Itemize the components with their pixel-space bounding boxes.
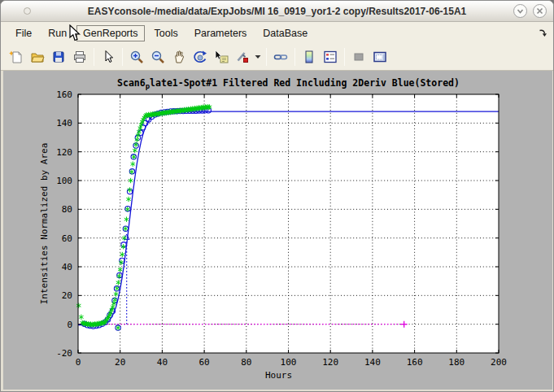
svg-text:100: 100 — [56, 176, 72, 186]
chevron-down-icon — [516, 7, 525, 15]
save-button[interactable] — [48, 46, 69, 68]
svg-text:120: 120 — [56, 147, 72, 158]
brush-dropdown-button[interactable] — [253, 46, 263, 68]
svg-text:140: 140 — [364, 357, 381, 368]
window-title: EASYconsole-/media/data/ExpJobs/MI 16_09… — [1, 6, 553, 17]
svg-text:120: 120 — [322, 357, 338, 368]
toolbar-separator — [266, 48, 267, 66]
zoom-in-button[interactable] — [126, 46, 147, 68]
open-folder-icon — [30, 50, 45, 64]
svg-text:200: 200 — [491, 357, 507, 368]
svg-text:-20: -20 — [56, 348, 72, 359]
toolbar-separator — [122, 48, 123, 66]
show-plot-tools-button[interactable] — [369, 46, 390, 68]
brush-data-icon — [235, 50, 250, 64]
link-plots-icon — [273, 50, 288, 64]
plot-tools-off-icon — [351, 50, 366, 64]
insert-legend-icon — [323, 50, 338, 64]
brush-data-button[interactable] — [232, 46, 253, 68]
svg-text:Hours: Hours — [265, 370, 292, 381]
minimize-button[interactable] — [513, 4, 527, 18]
submenu-arrow-icon[interactable] — [538, 28, 547, 40]
svg-text:0: 0 — [76, 357, 81, 368]
pointer-icon — [101, 50, 116, 64]
mouse-cursor — [69, 24, 81, 42]
svg-text:40: 40 — [62, 262, 72, 272]
hide-plot-tools-button[interactable] — [348, 46, 369, 68]
save-icon — [51, 50, 66, 64]
svg-text:20: 20 — [62, 290, 72, 301]
menubar: File Run GenReports Tools Parameters Dat… — [1, 22, 553, 44]
zoom-in-icon — [129, 50, 144, 64]
rotate-3d-button[interactable] — [190, 46, 211, 68]
menu-item-file[interactable]: File — [9, 25, 38, 41]
rotate-3d-icon — [193, 50, 207, 64]
titlebar: EASYconsole-/media/data/ExpJobs/MI 16_09… — [1, 1, 553, 22]
pan-button[interactable] — [168, 46, 190, 68]
svg-text:20: 20 — [115, 357, 125, 368]
plot-canvas[interactable]: 020406080100120140160180200-200204060801… — [1, 71, 554, 392]
menu-item-database[interactable]: DataBase — [256, 25, 314, 41]
svg-text:140: 140 — [56, 118, 72, 128]
open-file-button[interactable] — [27, 46, 48, 68]
insert-colorbar-button[interactable] — [299, 46, 320, 68]
svg-text:40: 40 — [157, 357, 168, 368]
svg-text:0: 0 — [67, 320, 72, 330]
window-controls — [513, 4, 547, 18]
dropdown-caret-icon — [255, 54, 261, 59]
toolbar-separator — [294, 48, 295, 66]
edit-pointer-button[interactable] — [98, 46, 119, 68]
zoom-out-button[interactable] — [147, 46, 168, 68]
toolbar-separator — [344, 48, 345, 66]
svg-text:60: 60 — [198, 357, 209, 368]
menu-item-genreports[interactable]: GenReports — [76, 25, 144, 41]
toolbar — [1, 44, 553, 71]
svg-text:100: 100 — [281, 357, 297, 368]
data-cursor-icon — [214, 50, 229, 64]
link-plots-button[interactable] — [270, 46, 291, 68]
svg-text:80: 80 — [241, 357, 251, 368]
menu-item-parameters[interactable]: Parameters — [188, 25, 254, 41]
zoom-out-icon — [150, 50, 165, 64]
close-button[interactable] — [533, 4, 547, 18]
toolbar-separator — [94, 48, 94, 66]
svg-text:Intensities Normalized by Area: Intensities Normalized by Area — [39, 143, 50, 305]
new-figure-icon — [9, 50, 24, 64]
svg-text:60: 60 — [62, 233, 72, 244]
close-icon — [535, 7, 544, 15]
figure-area: Scan6plate1-Spot#1 Filtered Red Includin… — [1, 71, 554, 392]
menu-item-tools[interactable]: Tools — [148, 25, 185, 41]
svg-text:80: 80 — [62, 204, 72, 215]
app-window: EASYconsole-/media/data/ExpJobs/MI 16_09… — [0, 0, 554, 392]
window-icon — [24, 7, 31, 15]
print-button[interactable] — [69, 46, 90, 68]
svg-text:160: 160 — [407, 357, 423, 368]
svg-text:160: 160 — [56, 89, 72, 100]
data-cursor-button[interactable] — [211, 46, 232, 68]
insert-colorbar-icon — [302, 50, 316, 64]
svg-text:180: 180 — [448, 357, 465, 368]
plot-tools-dock-icon — [373, 50, 387, 64]
insert-legend-button[interactable] — [320, 46, 341, 68]
pan-hand-icon — [172, 50, 186, 64]
new-figure-button[interactable] — [6, 46, 27, 68]
print-icon — [72, 50, 87, 64]
